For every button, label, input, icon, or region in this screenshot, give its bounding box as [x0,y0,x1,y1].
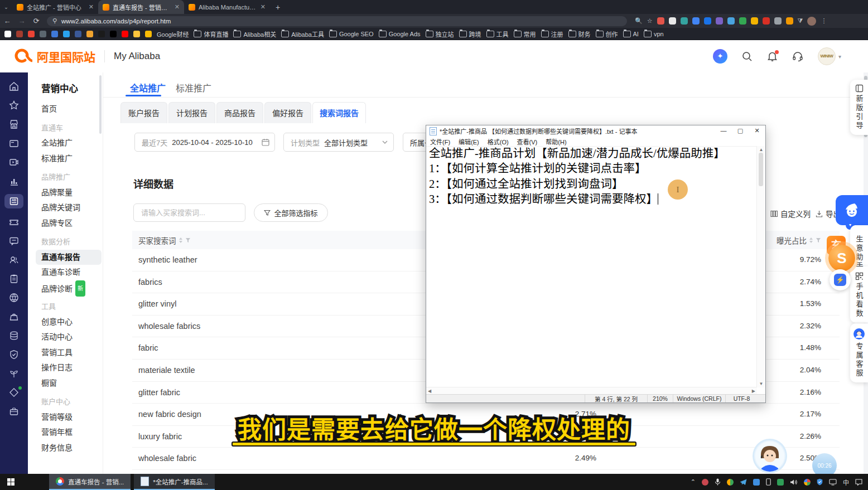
maximize-icon[interactable]: ▢ [732,125,749,137]
browser-tab-3[interactable]: Alibaba Manufacturer Directo ✕ [184,0,270,14]
bookmark-favicon[interactable] [145,31,152,37]
rail-store-icon[interactable] [6,118,22,130]
tab-sitewide-promotion[interactable]: 全站推广 [130,81,166,94]
tab-preference-report[interactable]: 偏好报告 [264,102,311,123]
zoom-page-icon[interactable]: 🔍 [635,17,643,25]
column-header-keyword[interactable]: 买家搜索词 [138,235,191,246]
tray-expand-icon[interactable]: ⌃ [691,478,696,486]
assistant-elf-button[interactable]: ▾ [836,195,868,225]
sidebar-item-marketing-tools[interactable]: 营销工具 [41,345,103,361]
network-display-icon[interactable] [829,479,837,486]
sidebar-scrollbar[interactable] [99,75,102,134]
sidebar-item-operation-log[interactable]: 操作日志 [41,360,103,376]
extension-icon[interactable] [657,17,664,25]
extension-icon[interactable] [763,17,770,25]
bookmark-folder[interactable]: 跨境 [459,30,481,38]
sidebar-item-creative-center[interactable]: 创意中心 [41,314,103,330]
rail-toolbox-icon[interactable] [6,405,22,417]
tab-account-report[interactable]: 账户报告 [120,102,167,123]
site-settings-icon[interactable]: ⚲ [52,17,57,25]
scroll-up-icon[interactable]: ▲ [757,147,765,152]
close-icon[interactable]: ✕ [749,125,765,137]
scroll-left-icon[interactable]: ◀ [428,389,431,394]
extension-icon[interactable] [786,17,793,25]
sidebar-item-activity-center[interactable]: 活动中心 [41,329,103,345]
tab-search-chevron-icon[interactable]: ⌄ [0,4,12,10]
bookmark-folder[interactable]: 注册 [541,30,563,38]
sidebar-item-standard[interactable]: 标准推广 [41,151,103,167]
action-center-icon[interactable] [855,479,862,486]
bookmark-favicon[interactable] [133,31,140,37]
extension-icon[interactable] [751,17,758,25]
rail-analytics-icon[interactable] [6,175,22,187]
start-button[interactable] [0,474,22,490]
table-row[interactable]: wholesale fabric2.49%2.50% [132,448,840,470]
filter-icon[interactable] [816,237,821,243]
bookmark-folder[interactable]: Alibaba相关 [233,30,276,38]
rail-video-icon[interactable] [6,156,22,168]
user-avatar[interactable]: WINIW [818,47,836,65]
tab-plan-report[interactable]: 计划报告 [168,102,215,123]
bookmark-favicon[interactable] [51,31,58,37]
bookmark-folder[interactable]: Alibaba工具 [281,30,324,38]
scrollbar-thumb[interactable] [759,153,763,186]
sidebar-item-marketing-level[interactable]: 营销等级 [41,410,103,425]
extensions-puzzle-icon[interactable]: ⧩ [798,17,803,25]
sidebar-item-sitewide[interactable]: 全站推广 [41,135,103,151]
notepad-vertical-scrollbar[interactable]: ▲ ▼ [756,146,765,387]
bookmark-folder[interactable]: 工具 [486,30,509,38]
back-icon[interactable]: ← [0,17,15,25]
ime-indicator[interactable]: 中 [843,478,849,487]
bookmark-favicon[interactable] [4,31,11,37]
tray-card-icon[interactable] [777,479,784,486]
skype-button[interactable]: S [828,245,855,271]
minimize-icon[interactable]: — [715,125,732,137]
bookmark-folder[interactable]: 常用 [514,30,536,38]
rail-security-icon[interactable] [6,348,22,360]
column-header-exposure[interactable]: 曝光占比 [777,235,821,246]
bookmark-favicon[interactable] [86,31,93,37]
sidebar-item-brand-volume[interactable]: 品牌聚量 [41,185,103,201]
sidebar-item-showcase[interactable]: 橱窗 [41,376,103,391]
menu-view[interactable]: 查看(V) [517,137,538,146]
menu-format[interactable]: 格式(O) [488,137,509,146]
bookmark-favicon[interactable] [16,31,23,37]
rail-home-icon[interactable] [6,80,22,92]
rail-sourcing-icon[interactable] [6,311,22,322]
scroll-right-icon[interactable]: ▶ [752,389,755,394]
rail-ads-report-icon-selected[interactable]: AD [4,194,23,208]
browser-profile-avatar[interactable] [807,17,816,26]
telegram-icon[interactable] [740,479,747,486]
bookmark-folder[interactable]: vpn [644,31,664,37]
forward-icon[interactable]: → [15,17,29,25]
rail-customers-icon[interactable] [6,254,22,265]
phone-outline-icon[interactable] [766,478,771,486]
customize-columns-button[interactable]: 自定义列 [770,208,811,219]
notepad-window[interactable]: *全站推广-推商品 【如何通过数据判断哪些关键词需要降权】.txt - 记事本 … [426,125,766,403]
rail-ticket-icon[interactable] [6,216,22,227]
defender-pinwheel-icon[interactable] [804,479,811,486]
new-version-guide-pill[interactable]: 新版引导 [850,80,868,135]
bookmark-folder[interactable]: 财务 [568,30,591,38]
taskbar-app-notepad[interactable]: *全站推广-推商品... [134,474,214,490]
keyword-search-input[interactable] [140,208,240,217]
reload-icon[interactable]: ⟳ [29,17,44,25]
tab-product-report[interactable]: 商品报告 [216,102,263,123]
extension-icon[interactable] [681,17,688,25]
rail-message-icon[interactable] [6,235,22,246]
bookmark-favicon[interactable] [98,31,105,37]
rail-membership-icon[interactable] [6,386,22,398]
new-tab-button[interactable]: + [276,3,280,12]
notifications-bell-icon[interactable] [767,51,778,62]
notepad-horizontal-scrollbar[interactable]: ◀ ▶ [426,387,757,395]
extension-icon[interactable] [669,17,676,25]
customer-service-avatar[interactable] [754,440,785,472]
browser-menu-icon[interactable]: ⋮ [821,17,827,25]
all-filter-metrics-button[interactable]: 全部筛选指标 [254,203,328,222]
sidebar-item-annual-frame[interactable]: 营销年框 [41,425,103,440]
quick-access-icon[interactable]: ✦ [713,49,727,64]
phone-data-pill[interactable]: 手机看数 [850,266,868,323]
browser-tab-2-active[interactable]: 直通车报告 - 营销中心 ✕ [98,0,184,14]
bookmark-favicon[interactable] [63,31,70,37]
scroll-down-icon[interactable]: ▼ [757,381,765,386]
